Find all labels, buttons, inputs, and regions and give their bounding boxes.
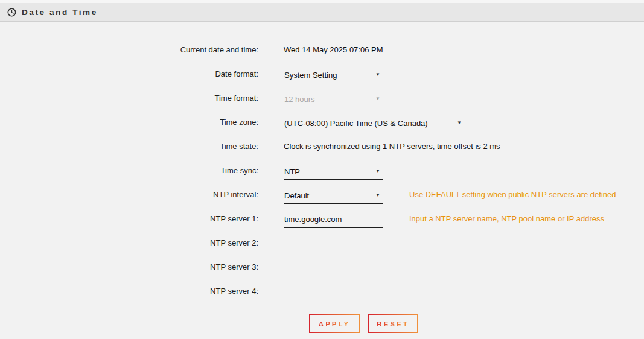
time-state-value: Clock is synchronized using 1 NTP server… [284, 142, 500, 151]
dropdown-arrow-icon: ▼ [375, 72, 381, 77]
ntp-interval-hint: Use DEFAULT setting when public NTP serv… [409, 190, 616, 199]
clock-icon [7, 8, 16, 17]
time-zone-select[interactable]: (UTC-08:00) Pacific Time (US & Canada)▼ [284, 118, 465, 131]
ntp-server-1-label: NTP server 1: [0, 214, 284, 223]
form-row-time-format: Time format:12 hours▼ [0, 86, 644, 110]
date-format-selected-value: System Setting [284, 71, 337, 80]
form-row-ntp-server-3: NTP server 3: [0, 255, 644, 279]
time-sync-selected-value: NTP [284, 167, 300, 176]
ntp-server-1-hint: Input a NTP server name, NTP pool name o… [409, 214, 604, 223]
form-row-ntp-server-1: NTP server 1:Input a NTP server name, NT… [0, 206, 644, 230]
form-row-ntp-interval: NTP interval:Default▼Use DEFAULT setting… [0, 182, 644, 206]
ntp-interval-label: NTP interval: [0, 190, 284, 199]
apply-button-label: APPLY [319, 320, 350, 328]
ntp-server-4-input[interactable] [284, 287, 383, 300]
form-actions: APPLY RESET [0, 314, 644, 333]
ntp-interval-selected-value: Default [284, 191, 309, 200]
current-datetime-value: Wed 14 May 2025 07:06 PM [284, 45, 383, 54]
ntp-server-3-label: NTP server 3: [0, 262, 284, 271]
time-format-label: Time format: [0, 93, 284, 103]
ntp-interval-select[interactable]: Default▼ [284, 191, 383, 204]
time-sync-label: Time sync: [0, 166, 284, 175]
date-time-form: Current date and time:Wed 14 May 2025 07… [0, 37, 644, 303]
time-sync-select[interactable]: NTP▼ [284, 166, 383, 180]
reset-button[interactable]: RESET [368, 314, 418, 333]
form-row-ntp-server-2: NTP server 2: [0, 230, 644, 255]
ntp-server-3-input[interactable] [284, 262, 383, 276]
time-format-select: 12 hours▼ [284, 94, 383, 107]
date-format-label: Date format: [0, 69, 284, 78]
apply-button[interactable]: APPLY [309, 314, 360, 333]
page-title: Date and Time [22, 8, 98, 17]
time-zone-label: Time zone: [0, 118, 284, 127]
form-row-current-datetime: Current date and time:Wed 14 May 2025 07… [0, 37, 644, 62]
ntp-server-2-input[interactable] [284, 238, 383, 252]
section-header: Date and Time [0, 3, 644, 22]
form-row-time-zone: Time zone:(UTC-08:00) Pacific Time (US &… [0, 110, 644, 134]
ntp-server-2-label: NTP server 2: [0, 238, 284, 247]
form-row-time-sync: Time sync:NTP▼ [0, 158, 644, 182]
form-row-date-format: Date format:System Setting▼ [0, 62, 644, 86]
dropdown-arrow-icon: ▼ [375, 169, 381, 174]
current-datetime-label: Current date and time: [0, 45, 284, 54]
dropdown-arrow-icon: ▼ [375, 97, 381, 101]
time-state-label: Time state: [0, 142, 284, 151]
form-row-time-state: Time state:Clock is synchronized using 1… [0, 134, 644, 158]
time-format-selected-value: 12 hours [284, 95, 315, 104]
form-row-ntp-server-4: NTP server 4: [0, 279, 644, 303]
reset-button-label: RESET [377, 320, 409, 328]
dropdown-arrow-icon: ▼ [375, 193, 381, 198]
date-format-select[interactable]: System Setting▼ [284, 70, 383, 83]
ntp-server-1-input[interactable] [284, 214, 383, 228]
ntp-server-4-label: NTP server 4: [0, 287, 284, 296]
dropdown-arrow-icon: ▼ [457, 121, 463, 125]
time-zone-selected-value: (UTC-08:00) Pacific Time (US & Canada) [284, 119, 428, 128]
